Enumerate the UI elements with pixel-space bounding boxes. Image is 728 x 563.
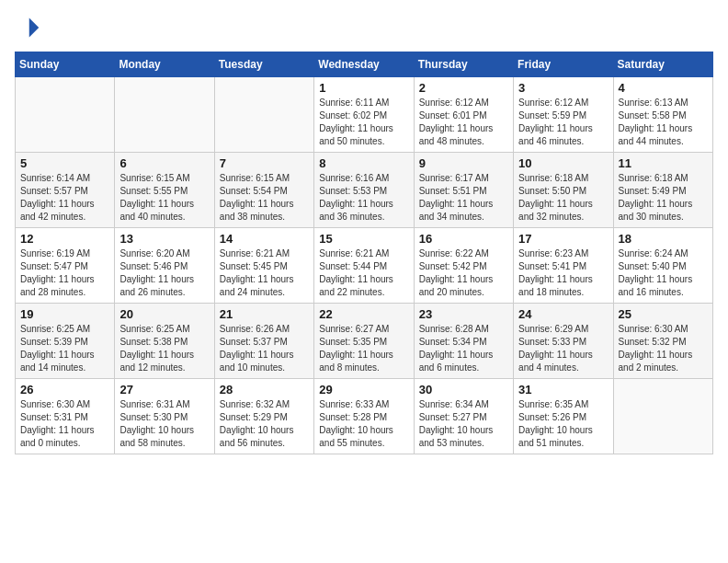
- cell-day-number: 5: [20, 156, 109, 170]
- calendar-cell: 7Sunrise: 6:15 AM Sunset: 5:54 PM Daylig…: [214, 153, 313, 228]
- cell-day-number: 27: [119, 383, 209, 396]
- calendar-cell: 5Sunrise: 6:14 AM Sunset: 5:57 PM Daylig…: [16, 153, 115, 228]
- calendar-cell: 20Sunrise: 6:25 AM Sunset: 5:38 PM Dayli…: [115, 304, 214, 379]
- cell-day-number: 22: [319, 307, 408, 321]
- week-row-4: 19Sunrise: 6:25 AM Sunset: 5:39 PM Dayli…: [16, 304, 713, 379]
- week-row-1: 1Sunrise: 6:11 AM Sunset: 6:02 PM Daylig…: [16, 77, 713, 153]
- cell-info-text: Sunrise: 6:13 AM Sunset: 5:58 PM Dayligh…: [619, 97, 708, 148]
- cell-day-number: 25: [619, 307, 708, 321]
- calendar-cell: 4Sunrise: 6:13 AM Sunset: 5:58 PM Daylig…: [613, 77, 712, 153]
- calendar-cell: 6Sunrise: 6:15 AM Sunset: 5:55 PM Daylig…: [115, 153, 214, 228]
- calendar-cell: 30Sunrise: 6:34 AM Sunset: 5:27 PM Dayli…: [414, 379, 513, 454]
- calendar-cell: 25Sunrise: 6:30 AM Sunset: 5:32 PM Dayli…: [613, 304, 712, 379]
- cell-info-text: Sunrise: 6:32 AM Sunset: 5:29 PM Dayligh…: [220, 398, 309, 450]
- cell-day-number: 6: [119, 156, 209, 170]
- weekday-header-wednesday: Wednesday: [314, 52, 414, 77]
- weekday-header-tuesday: Tuesday: [214, 52, 313, 77]
- cell-info-text: Sunrise: 6:29 AM Sunset: 5:33 PM Dayligh…: [518, 323, 608, 374]
- cell-day-number: 31: [518, 383, 608, 396]
- calendar-cell: 10Sunrise: 6:18 AM Sunset: 5:50 PM Dayli…: [514, 153, 613, 228]
- cell-day-number: 3: [518, 81, 608, 95]
- calendar-cell: 27Sunrise: 6:31 AM Sunset: 5:30 PM Dayli…: [115, 379, 214, 454]
- cell-info-text: Sunrise: 6:15 AM Sunset: 5:54 PM Dayligh…: [220, 172, 309, 224]
- cell-day-number: 19: [20, 307, 109, 321]
- cell-day-number: 7: [220, 156, 309, 170]
- cell-info-text: Sunrise: 6:18 AM Sunset: 5:50 PM Dayligh…: [518, 172, 608, 224]
- calendar-cell: 31Sunrise: 6:35 AM Sunset: 5:26 PM Dayli…: [514, 379, 613, 454]
- calendar-cell: 8Sunrise: 6:16 AM Sunset: 5:53 PM Daylig…: [314, 153, 414, 228]
- cell-info-text: Sunrise: 6:21 AM Sunset: 5:44 PM Dayligh…: [319, 247, 408, 299]
- cell-info-text: Sunrise: 6:31 AM Sunset: 5:30 PM Dayligh…: [119, 398, 209, 450]
- cell-day-number: 8: [319, 156, 408, 170]
- cell-day-number: 14: [220, 232, 309, 246]
- calendar-cell: 11Sunrise: 6:18 AM Sunset: 5:49 PM Dayli…: [613, 153, 712, 228]
- cell-day-number: 15: [319, 232, 408, 246]
- cell-info-text: Sunrise: 6:19 AM Sunset: 5:47 PM Dayligh…: [20, 247, 109, 299]
- calendar-cell: 15Sunrise: 6:21 AM Sunset: 5:44 PM Dayli…: [314, 228, 414, 304]
- weekday-header-saturday: Saturday: [613, 52, 712, 77]
- cell-info-text: Sunrise: 6:23 AM Sunset: 5:41 PM Dayligh…: [518, 247, 608, 299]
- calendar-cell: 22Sunrise: 6:27 AM Sunset: 5:35 PM Dayli…: [314, 304, 414, 379]
- cell-info-text: Sunrise: 6:30 AM Sunset: 5:31 PM Dayligh…: [20, 398, 109, 450]
- cell-day-number: 16: [419, 232, 508, 246]
- cell-info-text: Sunrise: 6:14 AM Sunset: 5:57 PM Dayligh…: [20, 172, 109, 224]
- weekday-header-row: SundayMondayTuesdayWednesdayThursdayFrid…: [16, 52, 713, 77]
- calendar-cell: 24Sunrise: 6:29 AM Sunset: 5:33 PM Dayli…: [514, 304, 613, 379]
- cell-info-text: Sunrise: 6:25 AM Sunset: 5:39 PM Dayligh…: [20, 323, 109, 374]
- cell-info-text: Sunrise: 6:21 AM Sunset: 5:45 PM Dayligh…: [220, 247, 309, 299]
- cell-day-number: 28: [220, 383, 309, 396]
- svg-marker-0: [29, 18, 40, 38]
- cell-info-text: Sunrise: 6:15 AM Sunset: 5:55 PM Dayligh…: [119, 172, 209, 224]
- cell-day-number: 9: [419, 156, 508, 170]
- calendar-table: SundayMondayTuesdayWednesdayThursdayFrid…: [15, 52, 713, 454]
- cell-info-text: Sunrise: 6:33 AM Sunset: 5:28 PM Dayligh…: [319, 398, 408, 450]
- cell-day-number: 2: [419, 81, 508, 95]
- cell-info-text: Sunrise: 6:12 AM Sunset: 6:01 PM Dayligh…: [419, 97, 508, 148]
- cell-info-text: Sunrise: 6:22 AM Sunset: 5:42 PM Dayligh…: [419, 247, 508, 299]
- logo: [15, 15, 44, 40]
- weekday-header-sunday: Sunday: [16, 52, 115, 77]
- cell-info-text: Sunrise: 6:16 AM Sunset: 5:53 PM Dayligh…: [319, 172, 408, 224]
- cell-info-text: Sunrise: 6:18 AM Sunset: 5:49 PM Dayligh…: [619, 172, 708, 224]
- cell-day-number: 10: [518, 156, 608, 170]
- cell-day-number: 11: [619, 156, 708, 170]
- calendar-cell: 9Sunrise: 6:17 AM Sunset: 5:51 PM Daylig…: [414, 153, 513, 228]
- calendar-cell: 28Sunrise: 6:32 AM Sunset: 5:29 PM Dayli…: [214, 379, 313, 454]
- calendar-cell: 18Sunrise: 6:24 AM Sunset: 5:40 PM Dayli…: [613, 228, 712, 304]
- calendar-cell: [16, 77, 115, 153]
- calendar-cell: 2Sunrise: 6:12 AM Sunset: 6:01 PM Daylig…: [414, 77, 513, 153]
- page-header: [15, 15, 713, 40]
- week-row-3: 12Sunrise: 6:19 AM Sunset: 5:47 PM Dayli…: [16, 228, 713, 304]
- cell-info-text: Sunrise: 6:20 AM Sunset: 5:46 PM Dayligh…: [119, 247, 209, 299]
- cell-info-text: Sunrise: 6:17 AM Sunset: 5:51 PM Dayligh…: [419, 172, 508, 224]
- calendar-cell: 13Sunrise: 6:20 AM Sunset: 5:46 PM Dayli…: [115, 228, 214, 304]
- weekday-header-monday: Monday: [115, 52, 214, 77]
- calendar-cell: 14Sunrise: 6:21 AM Sunset: 5:45 PM Dayli…: [214, 228, 313, 304]
- calendar-cell: 1Sunrise: 6:11 AM Sunset: 6:02 PM Daylig…: [314, 77, 414, 153]
- weekday-header-friday: Friday: [514, 52, 613, 77]
- logo-icon: [15, 15, 40, 40]
- calendar-cell: [115, 77, 214, 153]
- calendar-cell: 3Sunrise: 6:12 AM Sunset: 5:59 PM Daylig…: [514, 77, 613, 153]
- week-row-2: 5Sunrise: 6:14 AM Sunset: 5:57 PM Daylig…: [16, 153, 713, 228]
- cell-info-text: Sunrise: 6:34 AM Sunset: 5:27 PM Dayligh…: [419, 398, 508, 450]
- calendar-cell: 12Sunrise: 6:19 AM Sunset: 5:47 PM Dayli…: [16, 228, 115, 304]
- calendar-cell: 21Sunrise: 6:26 AM Sunset: 5:37 PM Dayli…: [214, 304, 313, 379]
- cell-day-number: 24: [518, 307, 608, 321]
- cell-day-number: 18: [619, 232, 708, 246]
- calendar-cell: [214, 77, 313, 153]
- calendar-cell: 16Sunrise: 6:22 AM Sunset: 5:42 PM Dayli…: [414, 228, 513, 304]
- cell-info-text: Sunrise: 6:26 AM Sunset: 5:37 PM Dayligh…: [220, 323, 309, 374]
- calendar-cell: 29Sunrise: 6:33 AM Sunset: 5:28 PM Dayli…: [314, 379, 414, 454]
- cell-info-text: Sunrise: 6:12 AM Sunset: 5:59 PM Dayligh…: [518, 97, 608, 148]
- cell-info-text: Sunrise: 6:28 AM Sunset: 5:34 PM Dayligh…: [419, 323, 508, 374]
- cell-day-number: 13: [119, 232, 209, 246]
- cell-day-number: 21: [220, 307, 309, 321]
- cell-day-number: 23: [419, 307, 508, 321]
- cell-day-number: 1: [319, 81, 408, 95]
- cell-info-text: Sunrise: 6:27 AM Sunset: 5:35 PM Dayligh…: [319, 323, 408, 374]
- calendar-cell: 19Sunrise: 6:25 AM Sunset: 5:39 PM Dayli…: [16, 304, 115, 379]
- week-row-5: 26Sunrise: 6:30 AM Sunset: 5:31 PM Dayli…: [16, 379, 713, 454]
- calendar-cell: 17Sunrise: 6:23 AM Sunset: 5:41 PM Dayli…: [514, 228, 613, 304]
- cell-day-number: 26: [20, 383, 109, 396]
